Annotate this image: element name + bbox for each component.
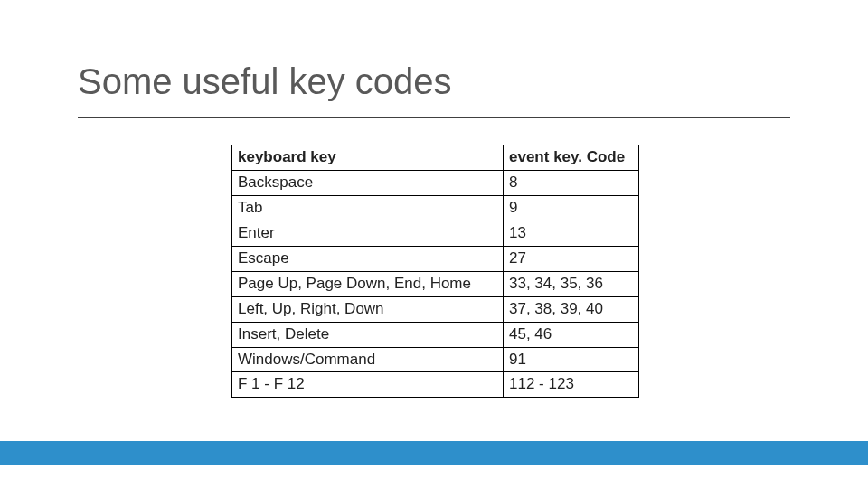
table-row: Left, Up, Right, Down 37, 38, 39, 40 — [232, 296, 639, 322]
table-row: Tab 9 — [232, 195, 639, 221]
slide: Some useful key codes keyboard key event… — [0, 0, 868, 488]
cell-key: Escape — [232, 246, 504, 271]
cell-code: 37, 38, 39, 40 — [504, 296, 639, 322]
cell-code: 91 — [504, 347, 639, 372]
header-event-keycode: event key. Code — [504, 145, 639, 171]
cell-code: 13 — [504, 221, 639, 246]
table-row: Backspace 8 — [232, 170, 639, 195]
table-header-row: keyboard key event key. Code — [232, 145, 639, 171]
table-row: Insert, Delete 45, 46 — [232, 322, 639, 347]
cell-key: Enter — [232, 221, 504, 246]
cell-code: 27 — [504, 246, 639, 271]
cell-key: Windows/Command — [232, 347, 504, 372]
page-title: Some useful key codes — [78, 61, 452, 102]
table-row: Escape 27 — [232, 246, 639, 271]
cell-key: Tab — [232, 195, 504, 221]
table-row: Enter 13 — [232, 221, 639, 246]
title-underline — [78, 117, 790, 118]
table-row: Windows/Command 91 — [232, 347, 639, 372]
footer-accent-bar — [0, 441, 868, 465]
cell-key: Left, Up, Right, Down — [232, 296, 504, 322]
cell-code: 112 - 123 — [504, 372, 639, 398]
keycodes-table: keyboard key event key. Code Backspace 8… — [231, 145, 639, 398]
cell-key: Insert, Delete — [232, 322, 504, 347]
cell-key: F 1 - F 12 — [232, 372, 504, 398]
table-row: Page Up, Page Down, End, Home 33, 34, 35… — [232, 271, 639, 296]
cell-code: 45, 46 — [504, 322, 639, 347]
cell-key: Page Up, Page Down, End, Home — [232, 271, 504, 296]
table-row: F 1 - F 12 112 - 123 — [232, 372, 639, 398]
cell-code: 9 — [504, 195, 639, 221]
cell-code: 33, 34, 35, 36 — [504, 271, 639, 296]
cell-key: Backspace — [232, 170, 504, 195]
cell-code: 8 — [504, 170, 639, 195]
header-keyboard-key: keyboard key — [232, 145, 504, 171]
